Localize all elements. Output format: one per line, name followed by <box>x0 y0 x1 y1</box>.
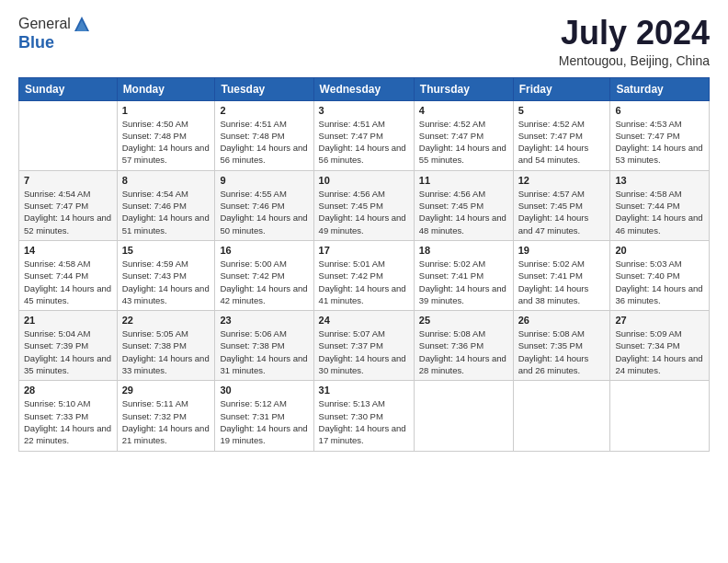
sunrise-text: Sunrise: 4:57 AM <box>518 188 606 200</box>
sunrise-text: Sunrise: 5:12 AM <box>220 397 308 409</box>
logo-blue-text: Blue <box>18 33 91 52</box>
col-saturday: Saturday <box>610 77 710 100</box>
daylight-text: Daylight: 14 hours and 31 minutes. <box>220 352 308 377</box>
day-number: 7 <box>24 175 112 186</box>
day-number: 5 <box>518 105 606 116</box>
sunset-text: Sunset: 7:33 PM <box>24 410 112 422</box>
calendar-table: Sunday Monday Tuesday Wednesday Thursday… <box>18 77 710 452</box>
daylight-text: Daylight: 14 hours and 46 minutes. <box>615 212 704 236</box>
day-number: 4 <box>419 105 508 116</box>
calendar-cell: 20Sunrise: 5:03 AMSunset: 7:40 PMDayligh… <box>610 240 710 310</box>
sunrise-text: Sunrise: 4:52 AM <box>518 118 606 130</box>
sunrise-text: Sunrise: 4:51 AM <box>319 118 409 130</box>
day-info: Sunrise: 4:57 AMSunset: 7:45 PMDaylight:… <box>518 188 606 236</box>
sunrise-text: Sunrise: 4:58 AM <box>24 258 112 270</box>
sunrise-text: Sunrise: 4:53 AM <box>615 118 704 130</box>
calendar-cell: 29Sunrise: 5:11 AMSunset: 7:32 PMDayligh… <box>117 381 215 451</box>
sunrise-text: Sunrise: 5:11 AM <box>122 397 210 409</box>
calendar-cell <box>19 100 118 170</box>
sunset-text: Sunset: 7:35 PM <box>518 339 606 351</box>
daylight-text: Daylight: 14 hours and 57 minutes. <box>122 142 210 167</box>
day-info: Sunrise: 4:58 AMSunset: 7:44 PMDaylight:… <box>24 258 112 306</box>
day-number: 20 <box>615 245 704 256</box>
day-info: Sunrise: 4:51 AMSunset: 7:48 PMDaylight:… <box>220 118 308 167</box>
day-info: Sunrise: 5:05 AMSunset: 7:38 PMDaylight:… <box>122 327 210 376</box>
daylight-text: Daylight: 14 hours and 38 minutes. <box>518 282 606 307</box>
calendar-week-2: 7Sunrise: 4:54 AMSunset: 7:47 PMDaylight… <box>19 170 710 240</box>
day-info: Sunrise: 5:04 AMSunset: 7:39 PMDaylight:… <box>24 327 112 376</box>
daylight-text: Daylight: 14 hours and 49 minutes. <box>319 212 409 236</box>
daylight-text: Daylight: 14 hours and 43 minutes. <box>122 282 210 307</box>
day-number: 15 <box>122 245 210 256</box>
sunset-text: Sunset: 7:37 PM <box>319 339 409 351</box>
sunset-text: Sunset: 7:44 PM <box>24 270 112 282</box>
sunrise-text: Sunrise: 5:02 AM <box>518 258 606 270</box>
daylight-text: Daylight: 14 hours and 47 minutes. <box>518 212 606 236</box>
day-info: Sunrise: 5:03 AMSunset: 7:40 PMDaylight:… <box>615 258 704 306</box>
day-number: 23 <box>220 315 308 326</box>
sunset-text: Sunset: 7:46 PM <box>122 200 210 212</box>
day-number: 14 <box>24 245 112 256</box>
day-info: Sunrise: 5:13 AMSunset: 7:30 PMDaylight:… <box>319 397 409 446</box>
daylight-text: Daylight: 14 hours and 17 minutes. <box>319 422 409 447</box>
day-number: 30 <box>220 385 308 396</box>
calendar-cell: 28Sunrise: 5:10 AMSunset: 7:33 PMDayligh… <box>19 381 118 451</box>
sunset-text: Sunset: 7:31 PM <box>220 410 308 422</box>
day-number: 6 <box>615 105 704 116</box>
sunset-text: Sunset: 7:44 PM <box>615 200 704 212</box>
daylight-text: Daylight: 14 hours and 56 minutes. <box>220 142 308 167</box>
calendar-week-4: 21Sunrise: 5:04 AMSunset: 7:39 PMDayligh… <box>19 311 710 381</box>
sunset-text: Sunset: 7:39 PM <box>24 339 112 351</box>
day-number: 17 <box>319 245 409 256</box>
sunset-text: Sunset: 7:41 PM <box>518 270 606 282</box>
day-info: Sunrise: 5:06 AMSunset: 7:38 PMDaylight:… <box>220 327 308 376</box>
title-block: July 2024 Mentougou, Beijing, China <box>559 15 710 68</box>
sunset-text: Sunset: 7:40 PM <box>615 270 704 282</box>
day-info: Sunrise: 4:56 AMSunset: 7:45 PMDaylight:… <box>319 188 409 236</box>
day-number: 8 <box>122 175 210 186</box>
day-info: Sunrise: 4:52 AMSunset: 7:47 PMDaylight:… <box>518 118 606 167</box>
sunrise-text: Sunrise: 5:10 AM <box>24 397 112 409</box>
day-number: 11 <box>419 175 508 186</box>
sunset-text: Sunset: 7:42 PM <box>220 270 308 282</box>
sunset-text: Sunset: 7:43 PM <box>122 270 210 282</box>
day-number: 22 <box>122 315 210 326</box>
sunset-text: Sunset: 7:48 PM <box>220 130 308 142</box>
calendar-cell: 27Sunrise: 5:09 AMSunset: 7:34 PMDayligh… <box>610 311 710 381</box>
calendar-cell <box>513 381 610 451</box>
day-info: Sunrise: 5:08 AMSunset: 7:35 PMDaylight:… <box>518 327 606 376</box>
sunrise-text: Sunrise: 4:50 AM <box>122 118 210 130</box>
day-number: 21 <box>24 315 112 326</box>
calendar-week-3: 14Sunrise: 4:58 AMSunset: 7:44 PMDayligh… <box>19 240 710 310</box>
day-info: Sunrise: 5:11 AMSunset: 7:32 PMDaylight:… <box>122 397 210 446</box>
daylight-text: Daylight: 14 hours and 22 minutes. <box>24 422 112 447</box>
sunset-text: Sunset: 7:38 PM <box>122 339 210 351</box>
daylight-text: Daylight: 14 hours and 33 minutes. <box>122 352 210 377</box>
day-number: 24 <box>319 315 409 326</box>
daylight-text: Daylight: 14 hours and 26 minutes. <box>518 352 606 377</box>
sunset-text: Sunset: 7:48 PM <box>122 130 210 142</box>
logo-general-text: General <box>18 16 71 32</box>
daylight-text: Daylight: 14 hours and 52 minutes. <box>24 212 112 236</box>
day-info: Sunrise: 4:59 AMSunset: 7:43 PMDaylight:… <box>122 258 210 306</box>
sunset-text: Sunset: 7:47 PM <box>24 200 112 212</box>
month-title: July 2024 <box>559 15 710 52</box>
calendar-cell: 19Sunrise: 5:02 AMSunset: 7:41 PMDayligh… <box>513 240 610 310</box>
col-thursday: Thursday <box>414 77 513 100</box>
sunset-text: Sunset: 7:45 PM <box>319 200 409 212</box>
day-info: Sunrise: 5:02 AMSunset: 7:41 PMDaylight:… <box>518 258 606 306</box>
calendar-cell: 11Sunrise: 4:56 AMSunset: 7:45 PMDayligh… <box>414 170 513 240</box>
day-number: 28 <box>24 385 112 396</box>
page: General Blue July 2024 Mentougou, Beijin… <box>0 0 728 563</box>
day-info: Sunrise: 4:54 AMSunset: 7:46 PMDaylight:… <box>122 188 210 236</box>
day-info: Sunrise: 5:01 AMSunset: 7:42 PMDaylight:… <box>319 258 409 306</box>
col-monday: Monday <box>117 77 215 100</box>
day-info: Sunrise: 4:51 AMSunset: 7:47 PMDaylight:… <box>319 118 409 167</box>
daylight-text: Daylight: 14 hours and 36 minutes. <box>615 282 704 307</box>
calendar-cell: 24Sunrise: 5:07 AMSunset: 7:37 PMDayligh… <box>313 311 414 381</box>
calendar-cell: 13Sunrise: 4:58 AMSunset: 7:44 PMDayligh… <box>610 170 710 240</box>
calendar-cell: 10Sunrise: 4:56 AMSunset: 7:45 PMDayligh… <box>313 170 414 240</box>
sunset-text: Sunset: 7:30 PM <box>319 410 409 422</box>
sunset-text: Sunset: 7:47 PM <box>319 130 409 142</box>
logo-icon <box>73 15 91 33</box>
